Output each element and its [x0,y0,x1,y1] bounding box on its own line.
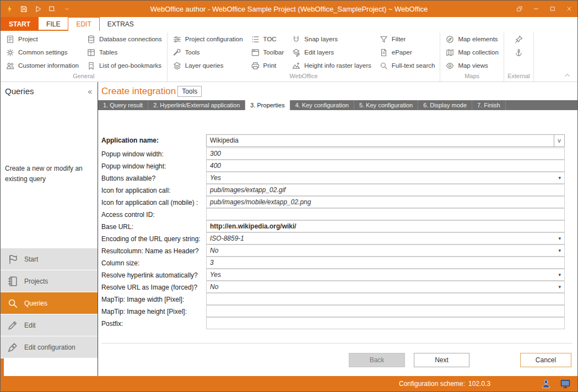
cancel-run-icon[interactable] [46,3,59,15]
combobox-dropdown-button[interactable]: v [554,135,564,146]
ribbon-item-map-collection[interactable]: Map collection [441,46,503,59]
epaper-icon [379,48,388,57]
ribbon-item-edit-layers[interactable]: Edit layers [288,46,375,59]
minimize-icon[interactable] [528,1,544,17]
user-icon[interactable] [541,378,552,389]
ribbon-item-tools[interactable]: Tools [169,46,247,59]
tab-start[interactable]: START [1,17,39,31]
ribbon-group-label: General [2,72,166,81]
sidebar-item-start[interactable]: Start [1,248,98,270]
field-label: Base URL: [101,221,206,233]
close-icon[interactable] [561,1,577,17]
ribbon-item-label: Database connections [99,36,162,42]
field-label: Resolve hyperlink automatically? [101,269,206,281]
run-icon[interactable] [32,3,45,15]
column-size-input[interactable] [207,257,564,268]
field-label: Column size: [101,257,206,269]
ribbon-item-customer-information[interactable]: Customer information [2,59,83,72]
popup-window-height-input[interactable] [207,160,564,171]
wizard-step-3[interactable]: 3. Properties [245,100,290,110]
chevron-up-icon[interactable] [563,71,571,79]
postfix-input[interactable] [207,318,564,329]
remote-desktop-icon[interactable] [560,378,571,389]
ribbon-item-database-connections[interactable]: Database connections [83,32,166,46]
resultcolumn-header-select[interactable] [207,245,564,256]
access-control-id-input[interactable] [207,209,564,220]
wizard-step-6[interactable]: 6. Display mode [418,100,472,110]
ribbon-group-label: External [505,72,532,81]
sidebar-item-label: Edit configuration [24,344,75,351]
next-button[interactable]: Next [414,353,469,367]
application-name-value: Wikipedia [207,135,554,146]
sidebar-item-projects[interactable]: Projects [1,270,98,292]
tab-file[interactable]: FILE [39,17,68,31]
field-label: Popup window height: [101,160,206,172]
toolbar-icon [251,48,260,57]
ribbon-item-label: Common settings [18,49,67,56]
ribbon-item-snap-layers[interactable]: Snap layers [288,32,375,46]
projects-icon [7,275,19,287]
sidebar-item-queries[interactable]: Queries [1,292,98,314]
field-label: Postfix: [101,318,206,330]
start-icon [7,253,19,265]
ribbon-item-project-configuration[interactable]: Project configuration [169,32,247,46]
ribbon-item-print[interactable]: Print [247,59,288,72]
edit-config-icon [7,341,19,353]
ribbon-item-common-settings[interactable]: Common settings [2,46,83,59]
maximize-icon[interactable] [544,1,561,17]
sidebar-item-edit-configuration[interactable]: Edit configuration [1,336,98,358]
customer-info-icon [6,61,15,70]
sidebar-collapse-button[interactable]: « [85,87,95,96]
ribbon-item-fulltext-search[interactable]: Full-text search [375,59,439,72]
wizard-step-5[interactable]: 5. Key configuration [354,100,418,110]
window-controls [511,1,577,17]
ribbon-item-pin[interactable] [505,32,532,46]
cancel-button[interactable]: Cancel [520,353,571,367]
ribbon-item-tables[interactable]: Tables [83,46,166,59]
ribbon-item-layer-queries[interactable]: Layer queries [169,59,247,72]
tab-extras[interactable]: EXTRAS [100,17,142,31]
ribbon-item-geo-bookmarks[interactable]: List of geo-bookmarks [83,59,166,72]
popup-window-width-input[interactable] [207,148,564,159]
resolve-url-image-select[interactable] [207,281,564,292]
popout-icon[interactable] [511,1,528,17]
ribbon-item-label: Project configuration [185,36,243,42]
ribbon-item-toolbar[interactable]: Toolbar [247,46,288,59]
ribbon-item-height-info-raster-layers[interactable]: Height info raster layers [288,59,375,72]
wizard-step-4[interactable]: 4. Key configuration [290,100,354,110]
application-name-combobox[interactable]: Wikipedia v [206,134,565,147]
ribbon-item-label: Print [263,62,277,69]
project-config-icon [172,35,182,44]
ribbon-item-external-tool[interactable] [505,46,532,59]
sidebar-header: Queries « [5,86,95,96]
field-label: Encoding of the URL query string: [101,233,206,245]
url-encoding-select[interactable] [207,233,564,244]
main-panel: Create integration Tools 1. Query result… [98,82,577,376]
icon-application-call-mobile-input[interactable] [207,197,564,208]
icon-application-call-input[interactable] [207,184,564,195]
ribbon-item-map-views[interactable]: Map views [441,59,503,72]
maptip-image-width-input[interactable] [207,293,564,304]
base-url-input[interactable] [207,221,564,232]
maptip-image-height-input[interactable] [207,306,564,317]
wizard-step-7[interactable]: 7. Finish [472,100,506,110]
ribbon-item-map-elements[interactable]: Map elements [441,32,503,46]
wizard-step-2[interactable]: 2. Hyperlink/External application [148,100,245,110]
configuration-scheme-value: 102.0.3 [468,380,490,388]
buttons-available-select[interactable] [207,172,564,183]
ribbon-item-project[interactable]: Project [2,32,83,46]
save-icon[interactable] [18,3,30,15]
back-button[interactable]: Back [349,353,405,367]
tab-edit[interactable]: EDIT [68,17,99,31]
tools-button[interactable]: Tools [177,86,202,97]
ribbon-item-epaper[interactable]: ePaper [375,46,439,59]
wizard-step-1[interactable]: 1. Query result [98,100,148,110]
sidebar-item-edit[interactable]: Edit [1,314,98,336]
ribbon-item-toc[interactable]: TOC [247,32,288,46]
project-icon [6,35,15,44]
resolve-hyperlink-select[interactable] [207,269,564,280]
sidebar-item-label: Edit [24,322,36,329]
ribbon-item-label: Toolbar [263,49,284,56]
ribbon-item-filter[interactable]: Filter [375,32,439,46]
quick-access-dropdown-icon[interactable] [61,3,73,15]
